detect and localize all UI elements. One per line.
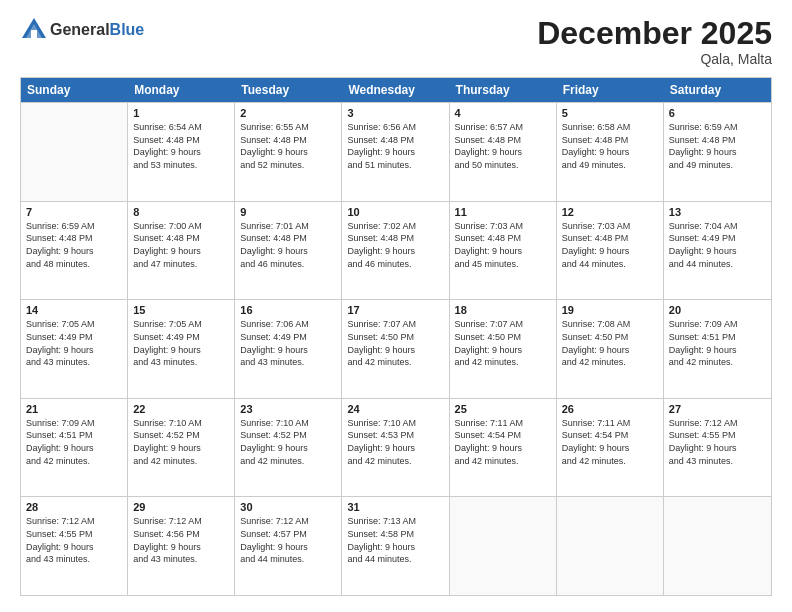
cell-info-line: and 47 minutes. bbox=[133, 258, 229, 271]
header: General Blue December 2025 Qala, Malta bbox=[20, 16, 772, 67]
day-number: 6 bbox=[669, 107, 766, 119]
cell-info-line: Sunset: 4:49 PM bbox=[669, 232, 766, 245]
calendar-cell: 6Sunrise: 6:59 AMSunset: 4:48 PMDaylight… bbox=[664, 103, 771, 201]
cell-info-line: and 46 minutes. bbox=[240, 258, 336, 271]
cell-info-line: Sunset: 4:48 PM bbox=[455, 134, 551, 147]
calendar-cell: 31Sunrise: 7:13 AMSunset: 4:58 PMDayligh… bbox=[342, 497, 449, 595]
calendar-cell: 15Sunrise: 7:05 AMSunset: 4:49 PMDayligh… bbox=[128, 300, 235, 398]
calendar-row: 1Sunrise: 6:54 AMSunset: 4:48 PMDaylight… bbox=[21, 102, 771, 201]
logo-text: General Blue bbox=[50, 21, 144, 39]
cell-info-line: Sunrise: 7:13 AM bbox=[347, 515, 443, 528]
cell-info-line: and 53 minutes. bbox=[133, 159, 229, 172]
cell-info-line: Sunset: 4:51 PM bbox=[26, 429, 122, 442]
cell-info-line: Sunrise: 6:55 AM bbox=[240, 121, 336, 134]
cell-info-line: Daylight: 9 hours bbox=[562, 245, 658, 258]
calendar-cell: 19Sunrise: 7:08 AMSunset: 4:50 PMDayligh… bbox=[557, 300, 664, 398]
day-number: 18 bbox=[455, 304, 551, 316]
cell-info-line: and 44 minutes. bbox=[240, 553, 336, 566]
cell-info-line: Sunrise: 7:05 AM bbox=[133, 318, 229, 331]
day-number: 29 bbox=[133, 501, 229, 513]
cell-info-line: and 42 minutes. bbox=[240, 455, 336, 468]
calendar: SundayMondayTuesdayWednesdayThursdayFrid… bbox=[20, 77, 772, 596]
cell-info-line: Daylight: 9 hours bbox=[240, 146, 336, 159]
cell-info-line: Sunrise: 7:10 AM bbox=[133, 417, 229, 430]
calendar-cell: 11Sunrise: 7:03 AMSunset: 4:48 PMDayligh… bbox=[450, 202, 557, 300]
day-number: 16 bbox=[240, 304, 336, 316]
svg-rect-2 bbox=[31, 30, 37, 38]
cell-info-line: and 42 minutes. bbox=[26, 455, 122, 468]
cell-info-line: and 42 minutes. bbox=[133, 455, 229, 468]
cell-info-line: and 43 minutes. bbox=[669, 455, 766, 468]
cell-info-line: Daylight: 9 hours bbox=[133, 541, 229, 554]
calendar-cell: 30Sunrise: 7:12 AMSunset: 4:57 PMDayligh… bbox=[235, 497, 342, 595]
calendar-cell: 5Sunrise: 6:58 AMSunset: 4:48 PMDaylight… bbox=[557, 103, 664, 201]
cell-info-line: and 43 minutes. bbox=[133, 356, 229, 369]
cell-info-line: Sunrise: 7:11 AM bbox=[562, 417, 658, 430]
day-number: 27 bbox=[669, 403, 766, 415]
cell-info-line: and 42 minutes. bbox=[669, 356, 766, 369]
cell-info-line: Sunrise: 7:10 AM bbox=[240, 417, 336, 430]
cell-info-line: and 42 minutes. bbox=[347, 455, 443, 468]
cell-info-line: Daylight: 9 hours bbox=[133, 245, 229, 258]
calendar-row: 21Sunrise: 7:09 AMSunset: 4:51 PMDayligh… bbox=[21, 398, 771, 497]
day-number: 9 bbox=[240, 206, 336, 218]
cell-info-line: Sunset: 4:48 PM bbox=[133, 134, 229, 147]
cell-info-line: Daylight: 9 hours bbox=[26, 344, 122, 357]
day-number: 4 bbox=[455, 107, 551, 119]
cell-info-line: and 44 minutes. bbox=[347, 553, 443, 566]
cell-info-line: Daylight: 9 hours bbox=[240, 344, 336, 357]
day-number: 30 bbox=[240, 501, 336, 513]
cell-info-line: Sunset: 4:51 PM bbox=[669, 331, 766, 344]
cell-info-line: Sunset: 4:49 PM bbox=[26, 331, 122, 344]
day-number: 31 bbox=[347, 501, 443, 513]
calendar-cell bbox=[21, 103, 128, 201]
cell-info-line: Daylight: 9 hours bbox=[562, 442, 658, 455]
calendar-cell: 29Sunrise: 7:12 AMSunset: 4:56 PMDayligh… bbox=[128, 497, 235, 595]
cell-info-line: Daylight: 9 hours bbox=[562, 146, 658, 159]
cell-info-line: and 44 minutes. bbox=[562, 258, 658, 271]
cell-info-line: Sunset: 4:56 PM bbox=[133, 528, 229, 541]
cell-info-line: Daylight: 9 hours bbox=[347, 442, 443, 455]
day-number: 19 bbox=[562, 304, 658, 316]
cell-info-line: Sunset: 4:49 PM bbox=[133, 331, 229, 344]
cell-info-line: Sunset: 4:50 PM bbox=[562, 331, 658, 344]
calendar-cell bbox=[664, 497, 771, 595]
cell-info-line: Sunrise: 7:03 AM bbox=[562, 220, 658, 233]
calendar-cell: 27Sunrise: 7:12 AMSunset: 4:55 PMDayligh… bbox=[664, 399, 771, 497]
cell-info-line: Sunrise: 7:02 AM bbox=[347, 220, 443, 233]
cell-info-line: Sunset: 4:48 PM bbox=[562, 134, 658, 147]
calendar-cell: 20Sunrise: 7:09 AMSunset: 4:51 PMDayligh… bbox=[664, 300, 771, 398]
calendar-cell: 21Sunrise: 7:09 AMSunset: 4:51 PMDayligh… bbox=[21, 399, 128, 497]
cell-info-line: Sunrise: 6:54 AM bbox=[133, 121, 229, 134]
weekday-header: Thursday bbox=[450, 78, 557, 102]
calendar-cell: 26Sunrise: 7:11 AMSunset: 4:54 PMDayligh… bbox=[557, 399, 664, 497]
cell-info-line: Sunset: 4:48 PM bbox=[669, 134, 766, 147]
calendar-cell: 25Sunrise: 7:11 AMSunset: 4:54 PMDayligh… bbox=[450, 399, 557, 497]
calendar-header: SundayMondayTuesdayWednesdayThursdayFrid… bbox=[21, 78, 771, 102]
logo-blue: Blue bbox=[110, 21, 145, 39]
cell-info-line: and 50 minutes. bbox=[455, 159, 551, 172]
cell-info-line: Sunset: 4:52 PM bbox=[133, 429, 229, 442]
cell-info-line: Sunset: 4:55 PM bbox=[26, 528, 122, 541]
weekday-header: Friday bbox=[557, 78, 664, 102]
calendar-cell: 1Sunrise: 6:54 AMSunset: 4:48 PMDaylight… bbox=[128, 103, 235, 201]
day-number: 3 bbox=[347, 107, 443, 119]
weekday-header: Sunday bbox=[21, 78, 128, 102]
cell-info-line: and 42 minutes. bbox=[347, 356, 443, 369]
cell-info-line: Sunrise: 6:56 AM bbox=[347, 121, 443, 134]
cell-info-line: Sunrise: 7:11 AM bbox=[455, 417, 551, 430]
cell-info-line: Sunrise: 7:12 AM bbox=[669, 417, 766, 430]
logo-general: General bbox=[50, 21, 110, 39]
cell-info-line: Sunset: 4:58 PM bbox=[347, 528, 443, 541]
cell-info-line: and 46 minutes. bbox=[347, 258, 443, 271]
cell-info-line: Sunrise: 7:01 AM bbox=[240, 220, 336, 233]
cell-info-line: and 45 minutes. bbox=[455, 258, 551, 271]
weekday-header: Tuesday bbox=[235, 78, 342, 102]
cell-info-line: Sunrise: 7:00 AM bbox=[133, 220, 229, 233]
calendar-row: 28Sunrise: 7:12 AMSunset: 4:55 PMDayligh… bbox=[21, 496, 771, 595]
cell-info-line: Daylight: 9 hours bbox=[455, 146, 551, 159]
cell-info-line: Sunrise: 6:59 AM bbox=[669, 121, 766, 134]
cell-info-line: Sunset: 4:49 PM bbox=[240, 331, 336, 344]
cell-info-line: Daylight: 9 hours bbox=[455, 344, 551, 357]
day-number: 5 bbox=[562, 107, 658, 119]
